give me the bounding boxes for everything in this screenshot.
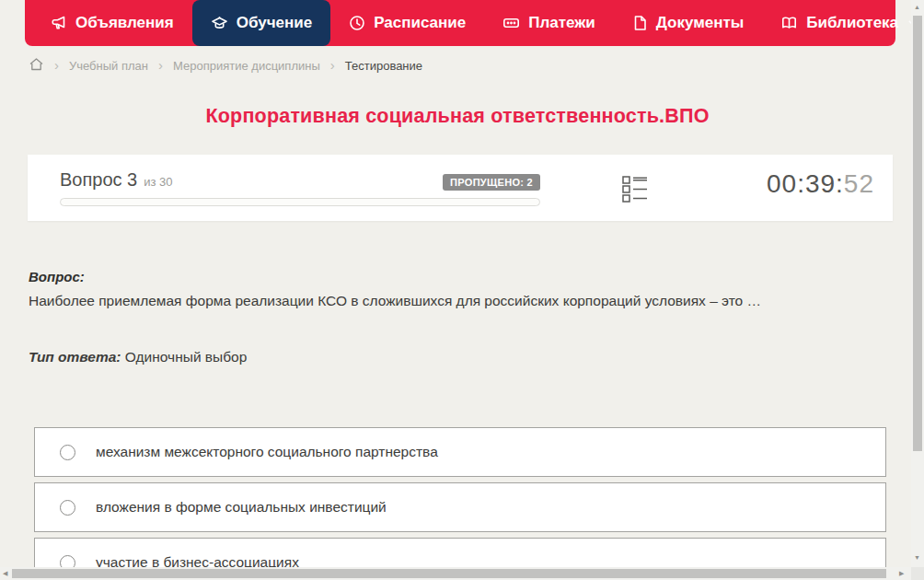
vertical-scrollbar-thumb[interactable] [913, 16, 922, 451]
nav-item-label: Расписание [374, 14, 466, 32]
breadcrumb: › Учебный план › Мероприятие дисциплины … [29, 57, 422, 75]
nav-item-schedule[interactable]: Расписание [330, 0, 484, 46]
megaphone-icon [51, 15, 67, 31]
scroll-up-arrow-icon[interactable]: ▲ [914, 4, 920, 10]
question-counter: Вопрос 3 [60, 169, 137, 191]
question-progress-block: Вопрос 3 из 30 ПРОПУЩЕНО: 2 [60, 169, 540, 206]
home-icon[interactable] [29, 57, 44, 75]
main-nav: Объявления Обучение Расписание [25, 0, 895, 46]
progress-bar [60, 198, 540, 206]
question-list-button[interactable] [622, 175, 648, 203]
quiz-header-card: Вопрос 3 из 30 ПРОПУЩЕНО: 2 00:39:52 [28, 155, 893, 221]
vertical-scrollbar[interactable]: ▲ ▼ [911, 0, 924, 567]
nav-item-label: Обучение [237, 14, 312, 32]
clock-icon [349, 15, 365, 31]
chevron-right-icon: › [54, 58, 59, 72]
answer-type-label: Тип ответа: [29, 349, 121, 365]
scroll-left-arrow-icon[interactable]: ◀ [3, 570, 7, 576]
scroll-right-arrow-icon[interactable]: ▶ [899, 570, 904, 576]
chevron-right-icon: › [330, 58, 335, 72]
answer-options: механизм межсекторного социального партн… [34, 427, 886, 580]
horizontal-scrollbar[interactable]: ◀ ▶ [0, 567, 911, 580]
nav-item-announcements[interactable]: Объявления [32, 0, 192, 46]
scroll-down-arrow-icon[interactable]: ▼ [914, 554, 920, 561]
banknote-icon [502, 15, 520, 31]
radio-button-icon[interactable] [60, 445, 75, 460]
nav-item-label: Платежи [528, 14, 595, 32]
timer-seconds: 52 [844, 169, 874, 198]
app-window: Объявления Обучение Расписание [0, 0, 924, 580]
horizontal-scrollbar-thumb[interactable] [12, 569, 886, 578]
timer: 00:39:52 [767, 169, 874, 199]
breadcrumb-curriculum[interactable]: Учебный план [69, 59, 148, 73]
answer-type-value: Одиночный выбор [125, 349, 248, 365]
radio-button-icon[interactable] [60, 500, 75, 516]
timer-hours-minutes: 00:39: [767, 169, 844, 198]
question-label: Вопрос: [29, 269, 85, 284]
nav-item-documents[interactable]: Документы [614, 0, 763, 46]
answer-option-label: механизм межсекторного социального партн… [96, 444, 438, 460]
answer-option-label: вложения в форме социальных инвестиций [96, 499, 387, 516]
nav-item-library[interactable]: Библиотека [762, 0, 924, 46]
graduation-cap-icon [211, 15, 228, 31]
scrollbar-corner [911, 567, 924, 580]
nav-item-label: Библиотека [806, 14, 898, 32]
nav-item-label: Документы [656, 14, 745, 32]
question-list-icon [622, 190, 648, 205]
question-counter-total: из 30 [144, 175, 172, 189]
nav-item-label: Объявления [75, 14, 174, 32]
nav-item-payments[interactable]: Платежи [484, 0, 614, 46]
breadcrumb-testing: Тестирование [345, 59, 422, 73]
nav-item-learning[interactable]: Обучение [192, 0, 330, 46]
question-text: Наиболее приемлемая форма реализации КСО… [29, 292, 884, 311]
skipped-badge: ПРОПУЩЕНО: 2 [443, 174, 540, 191]
document-icon [632, 15, 648, 31]
answer-option-1[interactable]: механизм межсекторного социального партн… [34, 427, 886, 477]
answer-type-line: Тип ответа: Одиночный выбор [29, 349, 247, 365]
breadcrumb-discipline-event[interactable]: Мероприятие дисциплины [173, 59, 320, 73]
chevron-right-icon: › [158, 58, 163, 72]
answer-option-2[interactable]: вложения в форме социальных инвестиций [34, 482, 886, 532]
page-title: Корпоративная социальная ответственность… [0, 105, 915, 128]
book-icon [780, 15, 798, 31]
